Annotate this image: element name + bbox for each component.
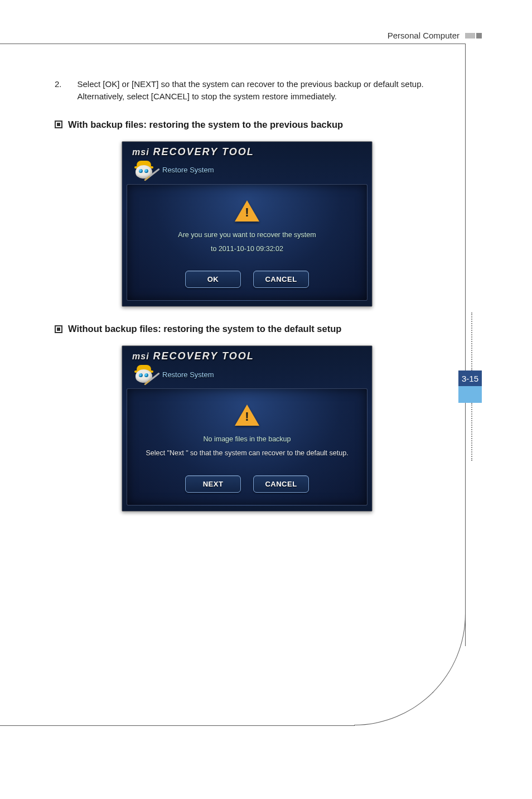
dialog-brand: msi	[132, 352, 149, 361]
dialog-header: msi RECOVERY TOOL Restore System	[122, 346, 372, 385]
square-bullet-icon	[55, 325, 62, 333]
section-heading-text: With backup files: restoring the system …	[68, 119, 343, 130]
header-title: Personal Computer	[388, 31, 460, 40]
recovery-dialog-without-backup: msi RECOVERY TOOL Restore System No imag…	[122, 345, 373, 512]
dialog-title-text: RECOVERY TOOL	[153, 350, 254, 362]
page-border-top	[0, 44, 466, 44]
section-heading-without-backup: Without backup files: restoring the syst…	[55, 324, 439, 334]
page-border-right	[465, 44, 466, 646]
dialog-message-line1: Are you sure you want to recover the sys…	[178, 229, 316, 241]
page-number-text: 3-15	[462, 374, 478, 383]
instruction-step: 2. Select [OK] or [NEXT] so that the sys…	[55, 78, 439, 103]
warning-icon	[235, 200, 259, 222]
section-heading-with-backup: With backup files: restoring the system …	[55, 119, 439, 130]
header-decor-icon	[465, 33, 482, 38]
instruction-text: Select [OK] or [NEXT] so that the system…	[65, 78, 439, 103]
dialog-buttons: OK CANCEL	[185, 271, 309, 288]
dialog-subtitle: Restore System	[162, 166, 214, 174]
page-border-corner	[354, 614, 466, 725]
dialog-message-line2: to 2011-10-10 09:32:02	[211, 243, 283, 255]
warning-icon	[235, 405, 259, 426]
mascot-icon	[132, 364, 156, 385]
dialog-brand: msi	[132, 147, 149, 157]
dialog-subtitle-row: Restore System	[132, 160, 214, 181]
cancel-button[interactable]: CANCEL	[253, 271, 309, 288]
dialog-message-line1: No image files in the backup	[203, 434, 291, 445]
side-dotted-line-top	[471, 312, 472, 370]
dialog-body: No image files in the backup Select "Nex…	[127, 388, 367, 506]
next-button[interactable]: NEXT	[185, 475, 241, 493]
dialog-body: Are you sure you want to recover the sys…	[127, 184, 367, 301]
cancel-button[interactable]: CANCEL	[253, 475, 309, 493]
page-content: 2. Select [OK] or [NEXT] so that the sys…	[55, 78, 439, 528]
page-number-badge-light	[458, 386, 482, 403]
page-border-bottom	[0, 725, 355, 726]
instruction-number: 2.	[55, 78, 62, 103]
dialog-subtitle-row: Restore System	[132, 364, 214, 385]
dialog-title: msi RECOVERY TOOL	[132, 146, 254, 158]
dialog-header: msi RECOVERY TOOL Restore System	[122, 142, 372, 181]
recovery-dialog-with-backup: msi RECOVERY TOOL Restore System Are you…	[122, 141, 373, 307]
side-dotted-line-bottom	[471, 403, 472, 461]
dialog-title: msi RECOVERY TOOL	[132, 350, 254, 362]
square-bullet-icon	[55, 121, 62, 128]
ok-button[interactable]: OK	[185, 271, 241, 288]
page-number-badge: 3-15	[458, 370, 482, 386]
mascot-icon	[132, 160, 156, 181]
dialog-message-line2: Select "Next " so that the system can re…	[146, 447, 348, 459]
dialog-title-text: RECOVERY TOOL	[153, 146, 254, 157]
dialog-buttons: NEXT CANCEL	[185, 475, 309, 493]
section-heading-text: Without backup files: restoring the syst…	[68, 324, 341, 334]
dialog-subtitle: Restore System	[162, 370, 214, 379]
page-header: Personal Computer	[388, 31, 482, 40]
